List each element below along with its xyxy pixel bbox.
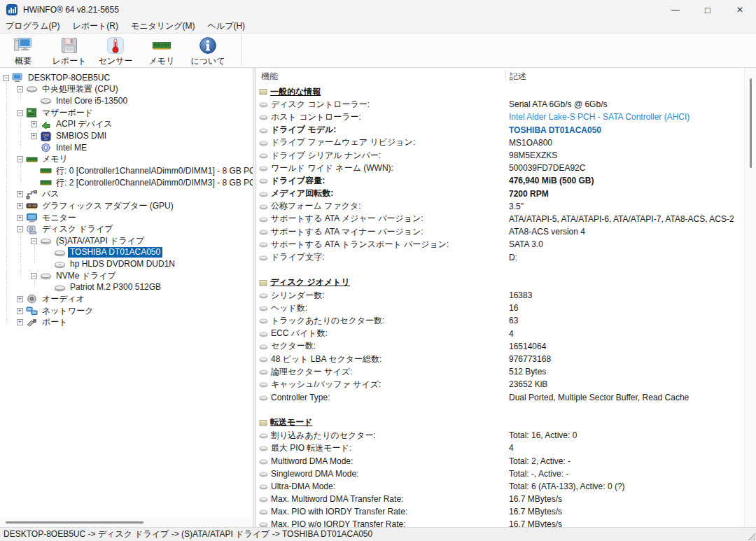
tree-item[interactable]: hp HLDS DVDROM DUD1N	[0, 258, 253, 270]
menu-item[interactable]: レポート(R)	[66, 20, 125, 34]
detail-row[interactable]: キャッシュ/バッファ サイズ: 23652 KiB	[256, 378, 744, 391]
tree-item[interactable]: + ネットワーク	[0, 305, 253, 317]
tree-expander[interactable]: −	[17, 110, 23, 116]
column-header-feature[interactable]: 機能	[261, 71, 278, 83]
tree-expander[interactable]: −	[31, 238, 37, 244]
drive-icon	[259, 330, 268, 337]
detail-row[interactable]: Ultra-DMA Mode: Total: 6 (ATA-133), Acti…	[256, 480, 744, 493]
detail-row[interactable]: ディスク コントローラー: Serial ATA 6Gb/s @ 6Gb/s	[256, 98, 744, 111]
drive-icon	[259, 241, 268, 248]
detail-row[interactable]: ECC バイト数: 4	[256, 328, 744, 340]
column-header-description[interactable]: 記述	[510, 71, 526, 83]
device-tree: − DESKTOP-8OEB5UC − 中央処理装置 (CPU) Intel C…	[0, 72, 253, 328]
detail-row[interactable]: Max. PIO w/o IORDY Transfer Rate: 16.7 M…	[256, 518, 744, 527]
tree-item[interactable]: Patriot M.2 P300 512GB	[0, 282, 253, 294]
minimize-icon: —	[671, 5, 680, 15]
toolbar-button[interactable]: について	[185, 34, 231, 67]
intelme-icon	[40, 143, 52, 153]
tree-item[interactable]: − DESKTOP-8OEB5UC	[0, 72, 253, 84]
tree-item[interactable]: Intel Core i5-13500	[0, 95, 253, 107]
drive-icon	[259, 190, 268, 197]
tree-item[interactable]: + グラフィックス アダプター (GPU)	[0, 200, 253, 212]
tree-item[interactable]: − マザーボード	[0, 107, 253, 119]
detail-row[interactable]: 最大 PIO 転送モード: 4	[256, 442, 744, 454]
tree-expander[interactable]: +	[17, 319, 23, 325]
detail-row[interactable]: トラックあたりのセクター数: 63	[256, 314, 744, 327]
column-divider[interactable]	[505, 70, 506, 80]
tree-expander[interactable]: −	[3, 75, 9, 81]
drive-icon	[259, 216, 268, 223]
tree-item[interactable]: − ディスク ドライブ	[0, 223, 253, 235]
tree-item[interactable]: − NVMe ドライブ	[0, 270, 253, 282]
detail-row[interactable]: ドライブ ファームウェア リビジョン: MS1OA800	[256, 136, 744, 149]
tree-expander[interactable]: −	[31, 273, 37, 279]
tree-expander[interactable]: +	[17, 191, 23, 197]
detail-row[interactable]: サポートする ATA マイナー バージョン: ATA8-ACS version …	[256, 225, 744, 238]
tree-item[interactable]: − メモリ	[0, 153, 253, 165]
detail-row[interactable]: 論理セクター サイズ: 512 Bytes	[256, 365, 744, 378]
tree-expander[interactable]: −	[17, 226, 23, 232]
detail-row[interactable]: サポートする ATA メジャー バージョン: ATA/ATAPI-5, ATA/…	[256, 213, 744, 225]
toolbar-button[interactable]: センサー	[92, 34, 139, 67]
detail-row[interactable]: サポートする ATA トランスポート バージョン: SATA 3.0	[256, 238, 744, 251]
detail-row[interactable]: 割り込みあたりのセクター: Total: 16, Active: 0	[256, 429, 744, 442]
tree-item[interactable]: + モニター	[0, 212, 253, 224]
resize-grip-icon[interactable]	[747, 532, 755, 540]
tree-expander[interactable]: −	[17, 86, 23, 92]
detail-row[interactable]: シリンダー数: 16383	[256, 289, 744, 302]
menu-item[interactable]: ヘルプ(H)	[202, 20, 252, 34]
detail-row[interactable]: メディア回転数: 7200 RPM	[256, 188, 744, 200]
tree-item[interactable]: 行: 2 [Controller0ChannelADimm0/DIMM3] - …	[0, 177, 253, 189]
detail-row[interactable]: ワールド ワイド ネーム (WWN): 500039FD7DEA92C	[256, 162, 744, 174]
tree-expander[interactable]: +	[17, 308, 23, 314]
detail-row[interactable]: セクター数: 16514064	[256, 340, 744, 353]
tree-item[interactable]: + ポート	[0, 316, 253, 328]
tree-expander[interactable]: +	[17, 203, 23, 209]
detail-row[interactable]: ドライブ シリアル ナンバー: 98M5EXZKS	[256, 149, 744, 162]
tree-item[interactable]: + ACPI デバイス	[0, 119, 253, 131]
maximize-button[interactable]: □	[692, 0, 724, 20]
minimize-button[interactable]: —	[659, 0, 692, 20]
tree-expander[interactable]: +	[17, 296, 23, 302]
tree-horizontal-scrollbar[interactable]	[0, 519, 253, 527]
detail-row[interactable]: 公称フォーム ファクタ: 3.5"	[256, 200, 744, 213]
tree-scrollbar-thumb[interactable]	[6, 521, 144, 524]
details-panel: 機能 記述 一般的な情報 ディスク コントローラー: Serial ATA 6G…	[255, 68, 756, 527]
tree-item[interactable]: − 中央処理装置 (CPU)	[0, 84, 253, 96]
details-vertical-scrollbar[interactable]	[744, 68, 756, 527]
detail-row[interactable]: Singleword DMA Mode: Total: -, Active: -	[256, 468, 744, 480]
detail-row[interactable]: ドライブ容量: 476,940 MiB (500 GB)	[256, 174, 744, 187]
tree-item[interactable]: + オーディオ	[0, 293, 253, 305]
detail-row[interactable]: Max. Multiword DMA Transfer Rate: 16.7 M…	[256, 493, 744, 505]
toolbar-button[interactable]: レポート	[46, 34, 92, 67]
detail-row[interactable]: ヘッド数: 16	[256, 302, 744, 314]
menu-item[interactable]: プログラム(P)	[0, 20, 66, 34]
tree-item[interactable]: Intel ME	[0, 142, 253, 154]
tree-expander[interactable]: −	[17, 156, 23, 162]
tree-item[interactable]: − (S)ATA/ATAPI ドライブ	[0, 235, 253, 247]
detail-row[interactable]: ドライブ モデル: TOSHIBA DT01ACA050	[256, 124, 744, 136]
detail-row[interactable]: Max. PIO with IORDY Transfer Rate: 16.7 …	[256, 505, 744, 518]
detail-row[interactable]: ホスト コントローラー: Intel Alder Lake-S PCH - SA…	[256, 111, 744, 123]
tree-expander[interactable]: +	[31, 121, 37, 127]
menu-item[interactable]: モニタリング(M)	[125, 20, 202, 34]
drive-icon	[259, 164, 268, 171]
drive-icon	[259, 444, 268, 451]
ram-icon	[151, 36, 172, 55]
tree-expander[interactable]: +	[17, 215, 23, 221]
details-scrollbar-thumb[interactable]	[750, 78, 752, 168]
tree-expander[interactable]: +	[31, 133, 37, 139]
close-button[interactable]: ✕	[724, 0, 756, 20]
detail-row[interactable]: Controller Type: Dual Ported, Multiple S…	[256, 391, 744, 404]
tree-item[interactable]: + バス	[0, 188, 253, 200]
detail-row[interactable]: Multiword DMA Mode: Total: 2, Active: -	[256, 454, 744, 467]
tree-item[interactable]: TOSHIBA DT01ACA050	[0, 247, 253, 259]
toolbar-button[interactable]: メモリ	[139, 34, 185, 67]
detail-row[interactable]: ドライブ文字: D:	[256, 251, 744, 263]
close-icon: ✕	[736, 5, 743, 15]
drive-icon	[259, 496, 268, 503]
detail-row[interactable]: 48 ビット LBA セクター総数: 976773168	[256, 353, 744, 365]
toolbar-button[interactable]: 概要	[0, 34, 46, 67]
tree-item[interactable]: 行: 0 [Controller1ChannelADimm0/DIMM1] - …	[0, 165, 253, 177]
tree-item[interactable]: + DMI2+ SMBIOS DMI	[0, 130, 253, 142]
